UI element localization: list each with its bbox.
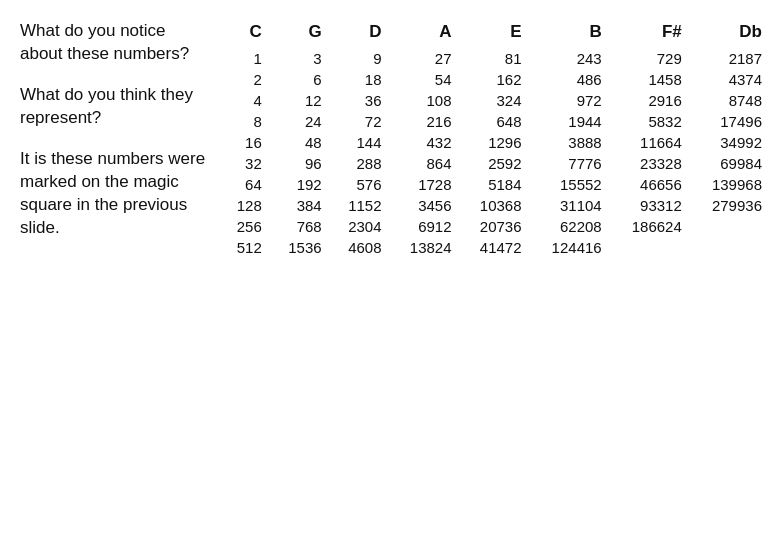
table-cell: 108	[390, 90, 460, 111]
table-row: 256768230469122073662208186624	[220, 216, 770, 237]
table-cell: 648	[460, 111, 530, 132]
table-cell: 54	[390, 69, 460, 90]
table-cell: 5832	[610, 111, 690, 132]
table-cell: 13824	[390, 237, 460, 258]
table-row: 1648144432129638881166434992	[220, 132, 770, 153]
table-cell: 62208	[530, 216, 610, 237]
table-cell: 124416	[530, 237, 610, 258]
table-cell: 128	[220, 195, 270, 216]
table-cell: 12	[270, 90, 330, 111]
table-row: 3296288864259277762332869984	[220, 153, 770, 174]
table-row: 4123610832497229168748	[220, 90, 770, 111]
table-cell: 2916	[610, 90, 690, 111]
table-cell: 1458	[610, 69, 690, 90]
table-cell: 3888	[530, 132, 610, 153]
table-row: 64192576172851841555246656139968	[220, 174, 770, 195]
table-cell: 16	[220, 132, 270, 153]
table-header-row: CGDAEBF#Db	[220, 20, 770, 48]
column-header-e: E	[460, 20, 530, 48]
column-header-db: Db	[690, 20, 770, 48]
table-cell: 17496	[690, 111, 770, 132]
left-panel: What do you notice about these numbers? …	[20, 20, 220, 530]
table-cell: 1152	[330, 195, 390, 216]
table-cell: 243	[530, 48, 610, 69]
table-row: 512153646081382441472124416	[220, 237, 770, 258]
table-cell: 432	[390, 132, 460, 153]
table-cell	[690, 216, 770, 237]
table-cell: 216	[390, 111, 460, 132]
table-cell: 279936	[690, 195, 770, 216]
table-cell: 11664	[610, 132, 690, 153]
table-cell: 32	[220, 153, 270, 174]
column-header-a: A	[390, 20, 460, 48]
question-1-block: What do you notice about these numbers?	[20, 20, 210, 66]
table-cell: 46656	[610, 174, 690, 195]
table-cell: 2304	[330, 216, 390, 237]
table-cell: 144	[330, 132, 390, 153]
table-cell: 2	[220, 69, 270, 90]
table-cell: 576	[330, 174, 390, 195]
table-cell: 5184	[460, 174, 530, 195]
numbers-table: CGDAEBF#Db 13927812437292187261854162486…	[220, 20, 770, 258]
table-cell: 81	[460, 48, 530, 69]
question-3-text: It is these numbers were marked on the m…	[20, 148, 210, 240]
table-cell: 864	[390, 153, 460, 174]
column-header-d: D	[330, 20, 390, 48]
table-cell: 512	[220, 237, 270, 258]
table-cell: 186624	[610, 216, 690, 237]
table-cell: 1296	[460, 132, 530, 153]
table-cell: 4	[220, 90, 270, 111]
table-cell: 1	[220, 48, 270, 69]
table-cell: 192	[270, 174, 330, 195]
table-cell: 9	[330, 48, 390, 69]
table-cell: 34992	[690, 132, 770, 153]
table-cell: 93312	[610, 195, 690, 216]
table-cell: 768	[270, 216, 330, 237]
question-3-block: It is these numbers were marked on the m…	[20, 148, 210, 240]
table-cell	[690, 237, 770, 258]
table-cell: 18	[330, 69, 390, 90]
table-cell: 1728	[390, 174, 460, 195]
column-header-fsharp: F#	[610, 20, 690, 48]
table-cell: 1944	[530, 111, 610, 132]
column-header-b: B	[530, 20, 610, 48]
table-cell: 24	[270, 111, 330, 132]
table-cell: 1536	[270, 237, 330, 258]
table-cell: 23328	[610, 153, 690, 174]
table-row: 26185416248614584374	[220, 69, 770, 90]
table-cell: 256	[220, 216, 270, 237]
table-row: 12838411523456103683110493312279936	[220, 195, 770, 216]
table-cell: 486	[530, 69, 610, 90]
table-cell: 72	[330, 111, 390, 132]
table-cell: 729	[610, 48, 690, 69]
table-cell: 324	[460, 90, 530, 111]
column-header-c: C	[220, 20, 270, 48]
table-cell: 36	[330, 90, 390, 111]
table-cell: 972	[530, 90, 610, 111]
table-cell: 6	[270, 69, 330, 90]
table-cell	[610, 237, 690, 258]
table-cell: 3456	[390, 195, 460, 216]
table-row: 13927812437292187	[220, 48, 770, 69]
table-cell: 4608	[330, 237, 390, 258]
table-cell: 8	[220, 111, 270, 132]
table-row: 824722166481944583217496	[220, 111, 770, 132]
table-cell: 27	[390, 48, 460, 69]
table-cell: 7776	[530, 153, 610, 174]
table-cell: 8748	[690, 90, 770, 111]
table-cell: 139968	[690, 174, 770, 195]
table-cell: 31104	[530, 195, 610, 216]
table-cell: 41472	[460, 237, 530, 258]
table-cell: 20736	[460, 216, 530, 237]
table-area: CGDAEBF#Db 13927812437292187261854162486…	[220, 20, 770, 530]
question-1-text: What do you notice about these numbers?	[20, 20, 210, 66]
table-cell: 10368	[460, 195, 530, 216]
table-cell: 96	[270, 153, 330, 174]
column-header-g: G	[270, 20, 330, 48]
table-cell: 2592	[460, 153, 530, 174]
table-cell: 162	[460, 69, 530, 90]
table-cell: 48	[270, 132, 330, 153]
table-cell: 64	[220, 174, 270, 195]
question-2-block: What do you think they represent?	[20, 84, 210, 130]
table-cell: 2187	[690, 48, 770, 69]
